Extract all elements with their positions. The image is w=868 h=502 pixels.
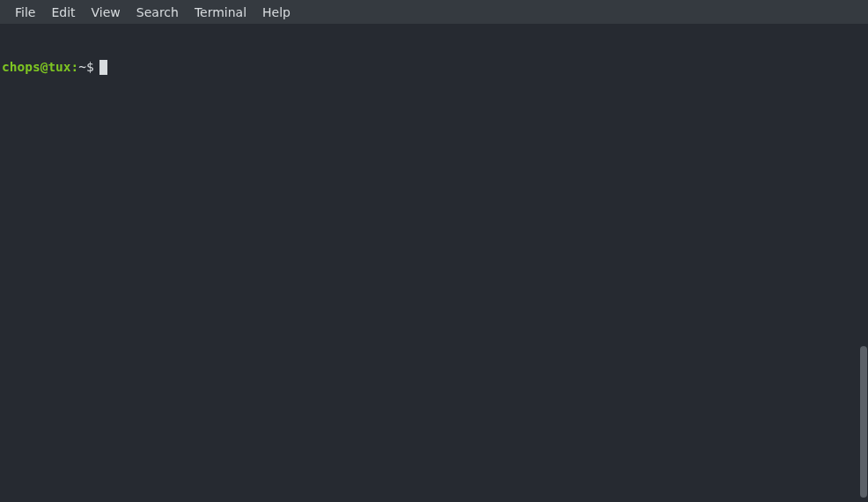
prompt-user-host: chops@tux: [2, 59, 78, 75]
menu-search[interactable]: Search [129, 2, 187, 23]
prompt-line: chops@tux:~$ [2, 59, 866, 75]
terminal-body[interactable]: chops@tux:~$ [0, 24, 868, 502]
terminal-cursor [99, 60, 107, 75]
menu-view[interactable]: View [84, 2, 129, 23]
scrollbar-thumb[interactable] [860, 346, 867, 498]
menu-file[interactable]: File [7, 2, 43, 23]
menu-edit[interactable]: Edit [43, 2, 83, 23]
menu-help[interactable]: Help [254, 2, 298, 23]
menubar: File Edit View Search Terminal Help [0, 0, 868, 24]
prompt-path: ~$ [78, 59, 93, 75]
menu-terminal[interactable]: Terminal [187, 2, 254, 23]
